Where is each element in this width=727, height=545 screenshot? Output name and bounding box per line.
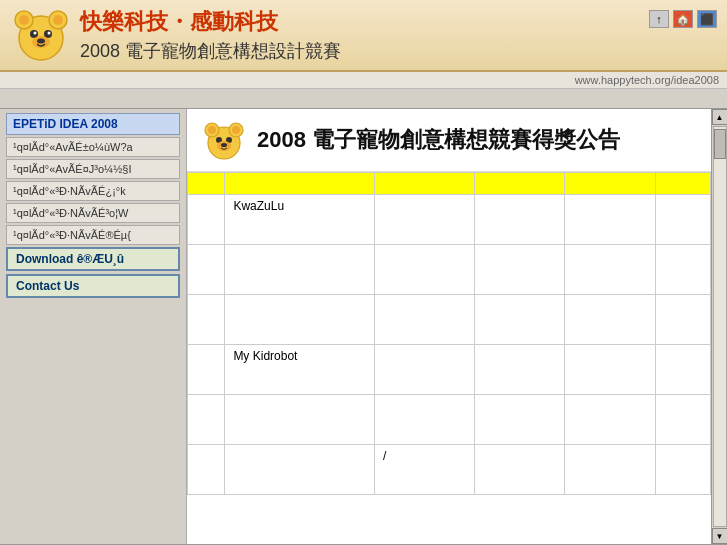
- cell-5-2: [225, 395, 375, 445]
- svg-point-3: [19, 15, 29, 25]
- cell-6-5: [565, 445, 656, 495]
- right-scrollbar: ▲ ▼: [711, 109, 727, 544]
- svg-point-8: [48, 32, 51, 35]
- url-bar: www.happytech.org/idea2008: [0, 72, 727, 89]
- cell-3-5: [565, 295, 656, 345]
- cell-5-1: [188, 395, 225, 445]
- table-row: My Kidrobot: [188, 345, 711, 395]
- content-title: 2008 電子寵物創意構想競賽得獎公告: [257, 125, 620, 155]
- table-row: [188, 395, 711, 445]
- cell-3-4: [474, 295, 565, 345]
- svg-point-7: [34, 32, 37, 35]
- cell-1-1: [188, 195, 225, 245]
- col-header-4: [474, 173, 565, 195]
- svg-point-10: [37, 39, 45, 44]
- col-header-2: [225, 173, 375, 195]
- header-text-block: 快樂科技・感動科技 2008 電子寵物創意構想設計競賽: [80, 7, 341, 63]
- sidebar: EPETiD IDEA 2008 ¹q¤lÃd°«AvÃÉ±o¼ùW?a ¹q¤…: [0, 109, 186, 544]
- table-row: [188, 295, 711, 345]
- table-row: [188, 245, 711, 295]
- cell-6-4: [474, 445, 565, 495]
- svg-point-19: [221, 143, 227, 147]
- cell-4-4: [474, 345, 565, 395]
- cell-1-5: [565, 195, 656, 245]
- header-subtitle: 2008 電子寵物創意構想設計競賽: [80, 39, 341, 63]
- cell-4-3: [374, 345, 474, 395]
- svg-point-15: [232, 126, 240, 134]
- header: 快樂科技・感動科技 2008 電子寵物創意構想設計競賽 ↑ 🏠 ⬛: [0, 0, 727, 72]
- nav-back-icon[interactable]: ↑: [649, 10, 669, 28]
- sidebar-item-2[interactable]: ¹q¤lÃd°«AvÃÉ¤J³o¼½§I: [6, 159, 180, 179]
- sidebar-item-4[interactable]: ¹q¤lÃd°«³Ð·NÃvÃÉ³o¦W: [6, 203, 180, 223]
- cell-1-4: [474, 195, 565, 245]
- cell-5-6: [655, 395, 710, 445]
- window-icon[interactable]: ⬛: [697, 10, 717, 28]
- cell-5-5: [565, 395, 656, 445]
- header-icons: ↑ 🏠 ⬛: [649, 10, 717, 28]
- cell-2-2: [225, 245, 375, 295]
- col-header-1: [188, 173, 225, 195]
- col-header-5: [565, 173, 656, 195]
- nav-tabs: [0, 89, 727, 109]
- main-layout: EPETiD IDEA 2008 ¹q¤lÃd°«AvÃÉ±o¼ùW?a ¹q¤…: [0, 109, 727, 544]
- scroll-thumb[interactable]: [714, 129, 726, 159]
- cell-4-1: [188, 345, 225, 395]
- download-button[interactable]: Download ê®ÆU¸û: [6, 247, 180, 271]
- cell-4-6: [655, 345, 710, 395]
- cell-5-4: [474, 395, 565, 445]
- sidebar-item-5[interactable]: ¹q¤lÃd°«³Ð·NÃvÃÉ®Éµ{: [6, 225, 180, 245]
- cell-2-6: [655, 245, 710, 295]
- cell-3-2: [225, 295, 375, 345]
- cell-3-6: [655, 295, 710, 345]
- cell-3-3: [374, 295, 474, 345]
- content-area[interactable]: 2008 電子寵物創意構想競賽得獎公告 KwaZuLu: [186, 109, 711, 544]
- cell-1-2: KwaZuLu: [225, 195, 375, 245]
- table-row: /: [188, 445, 711, 495]
- svg-point-14: [208, 126, 216, 134]
- contact-us-button[interactable]: Contact Us: [6, 274, 180, 298]
- content-bear-logo: [203, 119, 245, 161]
- cell-2-1: [188, 245, 225, 295]
- col-header-6: [655, 173, 710, 195]
- cell-3-1: [188, 295, 225, 345]
- cell-6-2: [225, 445, 375, 495]
- scroll-track[interactable]: [713, 126, 727, 527]
- cell-6-6: [655, 445, 710, 495]
- table-row: KwaZuLu: [188, 195, 711, 245]
- results-table: KwaZuLu: [187, 172, 711, 495]
- cell-5-3: [374, 395, 474, 445]
- cell-4-5: [565, 345, 656, 395]
- sidebar-item-3[interactable]: ¹q¤lÃd°«³Ð·NÃvÃÉ¿¡°k: [6, 181, 180, 201]
- svg-point-4: [53, 15, 63, 25]
- cell-4-2: My Kidrobot: [225, 345, 375, 395]
- sidebar-item-1[interactable]: ¹q¤lÃd°«AvÃÉ±o¼ùW?a: [6, 137, 180, 157]
- scroll-down-button[interactable]: ▼: [712, 528, 728, 544]
- cell-2-4: [474, 245, 565, 295]
- content-header: 2008 電子寵物創意構想競賽得獎公告: [187, 109, 711, 172]
- cell-6-3: /: [374, 445, 474, 495]
- header-bear-logo: [12, 6, 70, 64]
- cell-2-3: [374, 245, 474, 295]
- sidebar-header[interactable]: EPETiD IDEA 2008: [6, 113, 180, 135]
- cell-6-1: [188, 445, 225, 495]
- cell-1-3: [374, 195, 474, 245]
- scroll-up-button[interactable]: ▲: [712, 109, 728, 125]
- header-title-chinese: 快樂科技・感動科技: [80, 7, 341, 37]
- col-header-3: [374, 173, 474, 195]
- cell-2-5: [565, 245, 656, 295]
- cell-1-6: [655, 195, 710, 245]
- table-header-row: [188, 173, 711, 195]
- home-icon[interactable]: 🏠: [673, 10, 693, 28]
